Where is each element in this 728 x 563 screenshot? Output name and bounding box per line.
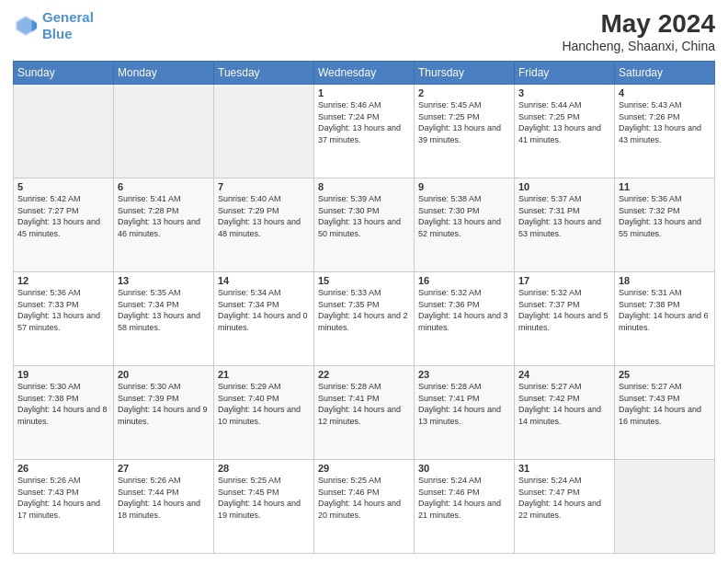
day-number: 2 — [418, 87, 510, 98]
calendar-cell: 30Sunrise: 5:24 AMSunset: 7:46 PMDayligh… — [415, 460, 515, 554]
location: Hancheng, Shaanxi, China — [562, 39, 715, 53]
day-info: Sunrise: 5:41 AMSunset: 7:28 PMDaylight:… — [118, 193, 210, 239]
calendar-cell — [214, 85, 314, 178]
day-info: Sunrise: 5:36 AMSunset: 7:32 PMDaylight:… — [619, 193, 711, 239]
day-number: 1 — [318, 87, 410, 98]
weekday-header: Wednesday — [314, 62, 415, 85]
day-info: Sunrise: 5:38 AMSunset: 7:30 PMDaylight:… — [418, 193, 510, 239]
weekday-header: Saturday — [615, 62, 715, 85]
weekday-header: Monday — [114, 62, 214, 85]
day-number: 27 — [118, 463, 210, 474]
day-info: Sunrise: 5:25 AMSunset: 7:46 PMDaylight:… — [318, 475, 410, 521]
calendar-cell: 1Sunrise: 5:46 AMSunset: 7:24 PMDaylight… — [314, 85, 415, 178]
calendar-week-row: 26Sunrise: 5:26 AMSunset: 7:43 PMDayligh… — [14, 460, 715, 554]
calendar-cell: 2Sunrise: 5:45 AMSunset: 7:25 PMDaylight… — [415, 85, 515, 178]
logo-icon — [13, 13, 39, 39]
day-info: Sunrise: 5:45 AMSunset: 7:25 PMDaylight:… — [418, 99, 510, 145]
calendar-cell: 20Sunrise: 5:30 AMSunset: 7:39 PMDayligh… — [114, 366, 214, 460]
day-number: 14 — [218, 275, 310, 286]
day-number: 31 — [518, 463, 610, 474]
day-number: 13 — [118, 275, 210, 286]
day-info: Sunrise: 5:31 AMSunset: 7:38 PMDaylight:… — [619, 287, 711, 333]
calendar-week-row: 5Sunrise: 5:42 AMSunset: 7:27 PMDaylight… — [14, 178, 715, 272]
day-info: Sunrise: 5:42 AMSunset: 7:27 PMDaylight:… — [17, 193, 109, 239]
calendar-page: General Blue May 2024 Hancheng, Shaanxi,… — [0, 0, 728, 563]
day-number: 5 — [17, 181, 109, 192]
day-number: 19 — [17, 369, 109, 380]
calendar-cell: 24Sunrise: 5:27 AMSunset: 7:42 PMDayligh… — [515, 366, 615, 460]
day-number: 16 — [418, 275, 510, 286]
calendar-cell: 13Sunrise: 5:35 AMSunset: 7:34 PMDayligh… — [114, 272, 214, 366]
day-info: Sunrise: 5:24 AMSunset: 7:47 PMDaylight:… — [518, 475, 610, 521]
day-number: 11 — [619, 181, 711, 192]
calendar-cell — [14, 85, 114, 178]
day-number: 21 — [218, 369, 310, 380]
calendar-cell: 28Sunrise: 5:25 AMSunset: 7:45 PMDayligh… — [214, 460, 314, 554]
calendar-week-row: 12Sunrise: 5:36 AMSunset: 7:33 PMDayligh… — [14, 272, 715, 366]
calendar-cell: 17Sunrise: 5:32 AMSunset: 7:37 PMDayligh… — [515, 272, 615, 366]
day-info: Sunrise: 5:25 AMSunset: 7:45 PMDaylight:… — [218, 475, 310, 521]
day-number: 24 — [518, 369, 610, 380]
day-info: Sunrise: 5:36 AMSunset: 7:33 PMDaylight:… — [17, 287, 109, 333]
day-info: Sunrise: 5:43 AMSunset: 7:26 PMDaylight:… — [619, 99, 711, 145]
calendar-cell: 11Sunrise: 5:36 AMSunset: 7:32 PMDayligh… — [615, 178, 715, 272]
day-info: Sunrise: 5:30 AMSunset: 7:39 PMDaylight:… — [118, 381, 210, 427]
day-info: Sunrise: 5:33 AMSunset: 7:35 PMDaylight:… — [318, 287, 410, 333]
logo-line2: Blue — [42, 26, 73, 41]
page-header: General Blue May 2024 Hancheng, Shaanxi,… — [13, 9, 715, 53]
calendar-cell: 15Sunrise: 5:33 AMSunset: 7:35 PMDayligh… — [314, 272, 415, 366]
day-info: Sunrise: 5:27 AMSunset: 7:42 PMDaylight:… — [518, 381, 610, 427]
svg-marker-2 — [32, 19, 38, 31]
day-number: 8 — [318, 181, 410, 192]
day-number: 4 — [619, 87, 711, 98]
day-number: 15 — [318, 275, 410, 286]
calendar-cell: 23Sunrise: 5:28 AMSunset: 7:41 PMDayligh… — [415, 366, 515, 460]
calendar-cell: 31Sunrise: 5:24 AMSunset: 7:47 PMDayligh… — [515, 460, 615, 554]
day-info: Sunrise: 5:32 AMSunset: 7:37 PMDaylight:… — [518, 287, 610, 333]
calendar-cell: 4Sunrise: 5:43 AMSunset: 7:26 PMDaylight… — [615, 85, 715, 178]
weekday-header: Sunday — [14, 62, 114, 85]
day-number: 25 — [619, 369, 711, 380]
weekday-header: Friday — [515, 62, 615, 85]
calendar-cell: 18Sunrise: 5:31 AMSunset: 7:38 PMDayligh… — [615, 272, 715, 366]
calendar-cell — [615, 460, 715, 554]
weekday-header: Thursday — [415, 62, 515, 85]
day-number: 26 — [17, 463, 109, 474]
calendar-cell: 10Sunrise: 5:37 AMSunset: 7:31 PMDayligh… — [515, 178, 615, 272]
day-number: 7 — [218, 181, 310, 192]
calendar-cell: 16Sunrise: 5:32 AMSunset: 7:36 PMDayligh… — [415, 272, 515, 366]
day-info: Sunrise: 5:26 AMSunset: 7:43 PMDaylight:… — [17, 475, 109, 521]
day-number: 6 — [118, 181, 210, 192]
day-info: Sunrise: 5:44 AMSunset: 7:25 PMDaylight:… — [518, 99, 610, 145]
day-info: Sunrise: 5:28 AMSunset: 7:41 PMDaylight:… — [418, 381, 510, 427]
day-info: Sunrise: 5:37 AMSunset: 7:31 PMDaylight:… — [518, 193, 610, 239]
calendar-cell: 6Sunrise: 5:41 AMSunset: 7:28 PMDaylight… — [114, 178, 214, 272]
day-number: 18 — [619, 275, 711, 286]
calendar-week-row: 1Sunrise: 5:46 AMSunset: 7:24 PMDaylight… — [14, 85, 715, 178]
day-number: 9 — [418, 181, 510, 192]
day-number: 23 — [418, 369, 510, 380]
calendar-week-row: 19Sunrise: 5:30 AMSunset: 7:38 PMDayligh… — [14, 366, 715, 460]
day-number: 3 — [518, 87, 610, 98]
day-info: Sunrise: 5:34 AMSunset: 7:34 PMDaylight:… — [218, 287, 310, 333]
calendar-cell: 27Sunrise: 5:26 AMSunset: 7:44 PMDayligh… — [114, 460, 214, 554]
calendar-cell: 3Sunrise: 5:44 AMSunset: 7:25 PMDaylight… — [515, 85, 615, 178]
day-info: Sunrise: 5:30 AMSunset: 7:38 PMDaylight:… — [17, 381, 109, 427]
logo-line1: General — [42, 9, 94, 25]
calendar-cell: 21Sunrise: 5:29 AMSunset: 7:40 PMDayligh… — [214, 366, 314, 460]
calendar-cell: 12Sunrise: 5:36 AMSunset: 7:33 PMDayligh… — [14, 272, 114, 366]
month-year: May 2024 — [562, 9, 715, 39]
logo: General Blue — [13, 9, 94, 42]
day-info: Sunrise: 5:29 AMSunset: 7:40 PMDaylight:… — [218, 381, 310, 427]
calendar-cell: 5Sunrise: 5:42 AMSunset: 7:27 PMDaylight… — [14, 178, 114, 272]
day-number: 10 — [518, 181, 610, 192]
calendar-cell — [114, 85, 214, 178]
day-info: Sunrise: 5:27 AMSunset: 7:43 PMDaylight:… — [619, 381, 711, 427]
day-info: Sunrise: 5:32 AMSunset: 7:36 PMDaylight:… — [418, 287, 510, 333]
calendar-cell: 8Sunrise: 5:39 AMSunset: 7:30 PMDaylight… — [314, 178, 415, 272]
calendar-cell: 14Sunrise: 5:34 AMSunset: 7:34 PMDayligh… — [214, 272, 314, 366]
weekday-header-row: SundayMondayTuesdayWednesdayThursdayFrid… — [14, 62, 715, 85]
day-number: 22 — [318, 369, 410, 380]
calendar-cell: 9Sunrise: 5:38 AMSunset: 7:30 PMDaylight… — [415, 178, 515, 272]
day-info: Sunrise: 5:35 AMSunset: 7:34 PMDaylight:… — [118, 287, 210, 333]
